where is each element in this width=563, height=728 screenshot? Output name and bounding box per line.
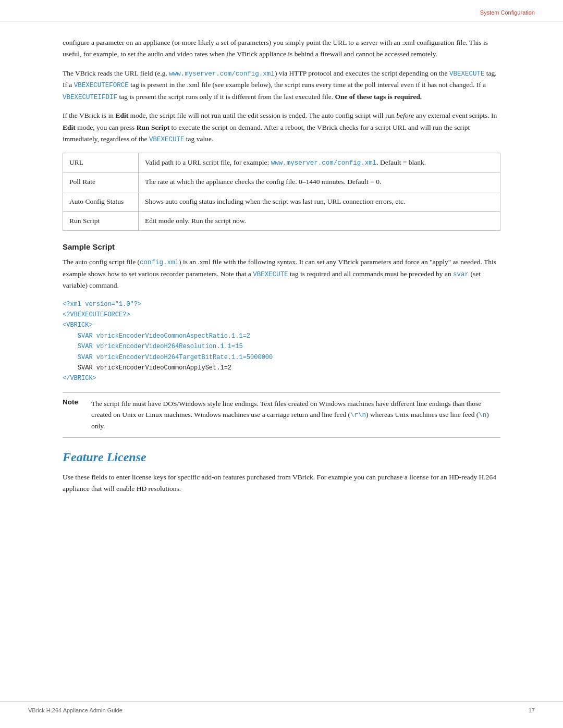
table-cell-pollrate-desc: The rate at which the appliance checks t… xyxy=(139,172,500,192)
lf-code: \n xyxy=(479,412,486,419)
note-block: Note The script file must have DOS/Windo… xyxy=(63,392,500,438)
tag-vbexecuteforce: VBEXECUTEFORCE xyxy=(74,82,129,89)
edit-mode-label: Edit xyxy=(115,112,128,119)
code-line-7: SVAR vbrickEncoderVideoCommonApplySet.1=… xyxy=(63,363,500,373)
url-example: www.myserver.com/config.xml xyxy=(169,70,275,78)
page-footer: VBrick H.264 Appliance Admin Guide 17 xyxy=(0,701,563,713)
run-script-label: Run Script xyxy=(137,124,169,131)
required-note: One of these tags is required. xyxy=(335,93,422,101)
table-cell-runscript-label: Run Script xyxy=(63,211,139,230)
table-row-autoconfigstatus: Auto Config Status Shows auto config sta… xyxy=(63,192,500,211)
code-line-5: SVAR vbrickEncoderVideoH264Resolution.1.… xyxy=(63,341,500,352)
tag-vbexecute3: VBEXECUTE xyxy=(253,271,288,278)
intro-paragraph-2: The VBrick reads the URL field (e.g. www… xyxy=(63,68,500,103)
code-line-2: <?VBEXECUTEFORCE?> xyxy=(63,310,500,320)
table-row-url: URL Valid path to a URL script file, for… xyxy=(63,153,500,172)
parameter-table: URL Valid path to a URL script file, for… xyxy=(63,153,500,231)
main-content: configure a parameter on an appliance (o… xyxy=(0,21,563,533)
header-title: System Configuration xyxy=(480,9,535,16)
table-cell-url-desc: Valid path to a URL script file, for exa… xyxy=(139,153,500,172)
page-header: System Configuration xyxy=(0,0,563,21)
code-line-8: </VBRICK> xyxy=(63,373,500,384)
tag-vbexecute: VBEXECUTE xyxy=(449,70,485,78)
tag-vbexecute2: VBEXECUTE xyxy=(149,136,185,143)
code-block: <?xml version="1.0"?> <?VBEXECUTEFORCE?>… xyxy=(63,299,500,384)
footer-left: VBrick H.264 Appliance Admin Guide xyxy=(28,707,123,713)
code-line-3: <VBRICK> xyxy=(63,320,500,330)
crlf-code: \r\n xyxy=(350,412,366,419)
note-content: The script file must have DOS/Windows st… xyxy=(91,398,500,432)
code-line-4: SVAR vbrickEncoderVideoCommonAspectRatio… xyxy=(63,331,500,341)
note-label: Note xyxy=(63,398,91,406)
code-line-6: SVAR vbrickEncoderVideoH264TargetBitRate… xyxy=(63,352,500,363)
table-cell-url-label: URL xyxy=(63,153,139,172)
table-cell-pollrate-label: Poll Rate xyxy=(63,172,139,192)
svar-label: svar xyxy=(453,271,469,278)
feature-license-heading: Feature License xyxy=(63,450,500,464)
footer-right: 17 xyxy=(529,707,535,713)
url-example2: www.myserver.com/config.xml xyxy=(271,159,377,167)
sample-script-intro: The auto config script file (config.xml)… xyxy=(63,256,500,292)
table-cell-runscript-desc: Edit mode only. Run the script now. xyxy=(139,211,500,230)
code-line-1: <?xml version="1.0"?> xyxy=(63,299,500,310)
table-row-pollrate: Poll Rate The rate at which the applianc… xyxy=(63,172,500,192)
edit-mode-label2: Edit xyxy=(63,124,76,131)
feature-license-text: Use these fields to enter license keys f… xyxy=(63,472,500,495)
config-xml-link: config.xml xyxy=(140,259,179,266)
table-cell-autoconfigstatus-label: Auto Config Status xyxy=(63,192,139,211)
intro-paragraph-1: configure a parameter on an appliance (o… xyxy=(63,37,500,60)
table-row-runscript: Run Script Edit mode only. Run the scrip… xyxy=(63,211,500,230)
before-label: before xyxy=(396,112,414,119)
sample-script-heading: Sample Script xyxy=(63,242,500,251)
table-cell-autoconfigstatus-desc: Shows auto config status including when … xyxy=(139,192,500,211)
tag-vbexecuteifdif: VBEXECUTEIFDIF xyxy=(63,94,117,101)
intro-paragraph-3: If the VBrick is in Edit mode, the scrip… xyxy=(63,110,500,145)
